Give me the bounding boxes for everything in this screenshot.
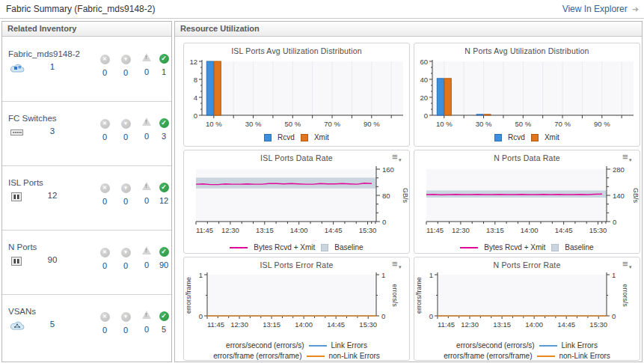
- chart-options-icon[interactable]: [392, 260, 404, 270]
- legend-axis-note: errors/second (errors/s): [456, 341, 534, 350]
- status-critical: ✕0: [97, 179, 112, 206]
- legend-label: Link Errors: [562, 341, 598, 350]
- chart-legend: errors/second (errors/s)Link Errorserror…: [414, 341, 640, 360]
- svg-text:0: 0: [381, 312, 385, 320]
- legend-swatch-link-errors: [539, 345, 557, 347]
- legend-swatch-rcvd: [264, 134, 272, 141]
- fc-switch-icon: [10, 126, 25, 138]
- svg-text:90 %: 90 %: [364, 120, 380, 128]
- svg-text:50 %: 50 %: [284, 120, 301, 128]
- view-in-explorer-link[interactable]: View In Explorer: [562, 4, 628, 14]
- related-inventory-header: Related Inventory: [2, 22, 171, 37]
- legend-label: non-Link Errors: [329, 352, 380, 360]
- chart-title: ISL Ports Data Rate: [184, 153, 409, 162]
- status-down: ▾0: [118, 243, 133, 270]
- chart-plot: 0140280GB/s11:4512:3013:1514:0014:4515:3…: [414, 162, 640, 243]
- legend-label: Bytes Rcvd + Xmit: [254, 243, 315, 251]
- inventory-row-fc-switches[interactable]: FC Switches3✕0▾00✓3: [2, 102, 171, 166]
- critical-icon: ✕: [100, 183, 110, 193]
- chart-legend: Bytes Rcvd + XmitBaseline: [184, 243, 409, 251]
- svg-text:20: 20: [420, 94, 428, 102]
- down-icon: ▾: [121, 312, 131, 322]
- svg-text:11:45: 11:45: [207, 320, 224, 329]
- chart-n-ports-error-rate: N Ports Error Rate 01errors/frame01error…: [414, 257, 640, 361]
- svg-text:70 %: 70 %: [554, 120, 571, 128]
- chart-legend: RcvdXmit: [184, 133, 409, 141]
- svg-text:1: 1: [199, 271, 203, 279]
- status-ok-count: 12: [156, 196, 171, 205]
- svg-text:30 %: 30 %: [476, 120, 492, 128]
- legend-swatch-non-link-errors: [537, 356, 555, 357]
- svg-text:14:45: 14:45: [327, 320, 345, 329]
- svg-text:15:30: 15:30: [589, 320, 607, 329]
- down-icon: ▾: [121, 55, 131, 64]
- svg-text:12:30: 12:30: [230, 320, 248, 329]
- warning-icon: [142, 118, 151, 126]
- legend-label: Rcvd: [508, 133, 525, 141]
- chart-plot: 0481210 %30 %50 %70 %90 %: [184, 55, 409, 133]
- ok-icon: ✓: [159, 118, 169, 128]
- legend-swatch-bytes-rcvd-xmit: [230, 247, 248, 248]
- svg-text:50 %: 50 %: [515, 120, 531, 128]
- svg-text:14:00: 14:00: [525, 320, 543, 329]
- legend-row: errors/second (errors/s)Link Errors: [226, 341, 367, 350]
- svg-text:0: 0: [199, 312, 203, 320]
- status-ok: ✓5: [156, 308, 171, 334]
- warning-icon: [142, 182, 151, 190]
- resource-utilization-header: Resource Utilization: [175, 22, 642, 37]
- ok-icon: ✓: [159, 183, 169, 192]
- status-down-count: 0: [118, 326, 133, 335]
- legend-swatch-xmit: [531, 134, 539, 141]
- status-critical: ✕0: [97, 308, 112, 335]
- legend-axis-note: errors/second (errors/s): [226, 341, 304, 350]
- inventory-row-vsans[interactable]: VSANs5✕0▾00✓5: [2, 295, 171, 359]
- inventory-row-isl-ports[interactable]: ISL Ports12✕0▾00✓12: [2, 166, 171, 231]
- svg-text:1: 1: [381, 271, 385, 279]
- chart-options-icon[interactable]: [622, 153, 634, 163]
- chart-legend: errors/second (errors/s)Link Errorserror…: [184, 341, 409, 360]
- inventory-row-n-ports[interactable]: N Ports90✕0▾00✓90: [2, 231, 171, 295]
- svg-text:90 %: 90 %: [594, 120, 610, 128]
- legend-label: Baseline: [565, 243, 593, 251]
- legend-swatch-link-errors: [309, 345, 327, 347]
- inventory-item-count: 90: [41, 255, 64, 264]
- legend-swatch-baseline: [321, 244, 328, 251]
- chart-plot: 01errors/frame01errors/s11:4512:3013:151…: [184, 269, 409, 341]
- inventory-item-label: ISL Ports: [8, 178, 43, 187]
- svg-text:0: 0: [382, 218, 386, 226]
- status-warning-count: 0: [139, 196, 154, 205]
- svg-text:13:15: 13:15: [263, 320, 280, 329]
- svg-text:13:15: 13:15: [493, 320, 511, 329]
- status-ok-count: 5: [156, 325, 171, 334]
- chart-n-ports-data-rate: N Ports Data Rate 0140280GB/s11:4512:301…: [414, 150, 640, 254]
- charts-grid: ISL Ports Avg Utilization Distribution 0…: [175, 37, 642, 362]
- down-icon: ▾: [121, 248, 131, 257]
- svg-text:0: 0: [424, 112, 428, 120]
- svg-text:13:15: 13:15: [256, 226, 274, 234]
- page-title: Fabric Summary (Fabric_mds9148-2): [0, 4, 562, 14]
- svg-text:14:00: 14:00: [295, 320, 313, 329]
- related-inventory-panel: Related Inventory Fabric_mds9148-21✕0▾00…: [1, 21, 172, 362]
- legend-label: Bytes Rcvd + Xmit: [484, 243, 545, 251]
- legend-label: Xmit: [314, 133, 329, 141]
- chart-options-icon[interactable]: [622, 260, 634, 270]
- svg-text:1: 1: [612, 271, 616, 279]
- svg-text:70 %: 70 %: [324, 120, 340, 128]
- status-down-count: 0: [118, 132, 133, 141]
- status-ok: ✓3: [156, 115, 171, 141]
- status-critical-count: 0: [97, 132, 112, 141]
- chart-options-icon[interactable]: [392, 153, 404, 163]
- chart-title: N Ports Data Rate: [414, 153, 640, 162]
- status-warning-count: 0: [139, 260, 154, 269]
- inventory-item-count: 12: [41, 191, 64, 200]
- chart-title: N Ports Error Rate: [414, 260, 640, 269]
- svg-text:11:45: 11:45: [426, 226, 444, 234]
- status-critical-count: 0: [97, 326, 112, 335]
- critical-icon: ✕: [100, 312, 110, 322]
- svg-text:15:30: 15:30: [589, 226, 607, 234]
- inventory-row-fabric-mds9148-2[interactable]: Fabric_mds9148-21✕0▾00✓1: [2, 37, 171, 102]
- legend-label: Rcvd: [277, 133, 295, 141]
- inventory-list: Fabric_mds9148-21✕0▾00✓1FC Switches3✕0▾0…: [2, 37, 171, 362]
- title-bar: Fabric Summary (Fabric_mds9148-2) View I…: [0, 0, 644, 19]
- inventory-item-label: FC Switches: [8, 114, 57, 123]
